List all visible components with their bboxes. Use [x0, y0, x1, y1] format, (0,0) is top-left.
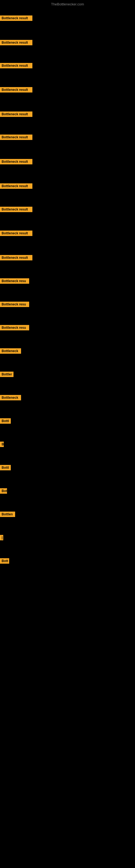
bottleneck-badge-12: Bottleneck resu: [0, 278, 29, 284]
bottleneck-badge-11: Bottleneck result: [0, 255, 32, 260]
bottleneck-badge-3: Bottleneck result: [0, 63, 32, 68]
bottleneck-badge-7: Bottleneck result: [0, 159, 32, 164]
bottleneck-badge-6: Bottleneck result: [0, 134, 32, 140]
bottleneck-badge-5: Bottleneck result: [0, 112, 32, 117]
bottleneck-badge-10: Bottleneck result: [0, 230, 32, 236]
site-title: TheBottlenecker.com: [0, 2, 135, 6]
bottleneck-badge-24: Bott: [0, 558, 9, 564]
bottleneck-badge-4: Bottleneck result: [0, 87, 32, 93]
bottleneck-badge-2: Bottleneck result: [0, 40, 32, 45]
bottleneck-badge-23: |: [0, 535, 3, 540]
bottleneck-badge-20: Bottl: [0, 465, 11, 470]
bottleneck-badge-1: Bottleneck result: [0, 16, 32, 21]
bottleneck-badge-19: B: [0, 442, 4, 447]
bottleneck-badge-18: Bottl: [0, 418, 11, 424]
bottleneck-badge-16: Bottler: [0, 372, 13, 377]
bottleneck-badge-8: Bottleneck result: [0, 183, 32, 189]
bottleneck-badge-15: Bottleneck: [0, 348, 21, 354]
bottleneck-badge-21: Bot: [0, 488, 7, 494]
bottleneck-badge-14: Bottleneck resu: [0, 325, 29, 330]
bottleneck-badge-13: Bottleneck resu: [0, 302, 29, 307]
bottleneck-badge-9: Bottleneck result: [0, 207, 32, 212]
bottleneck-badge-22: Bottlen: [0, 512, 15, 517]
bottleneck-badge-17: Bottleneck: [0, 395, 21, 400]
